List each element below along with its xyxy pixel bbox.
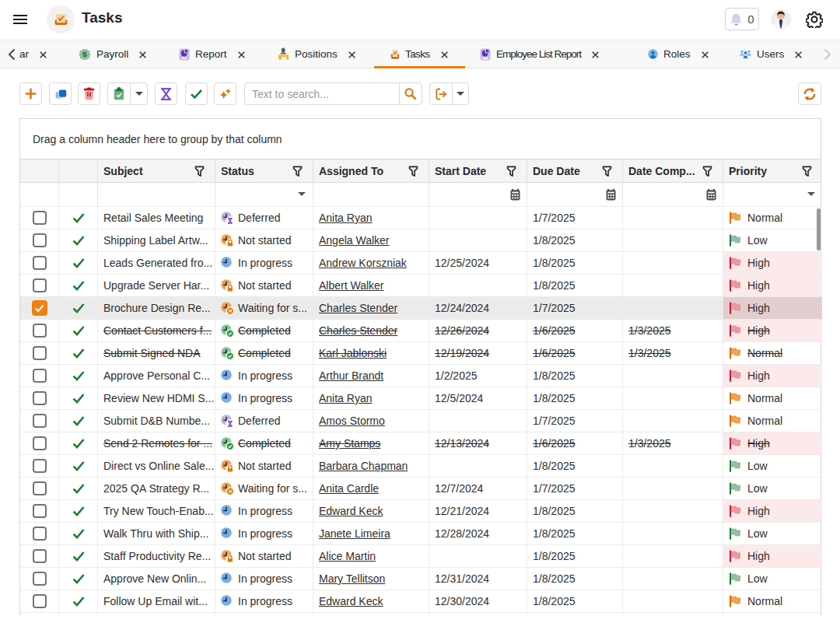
svg-text:$: $ bbox=[82, 50, 87, 58]
